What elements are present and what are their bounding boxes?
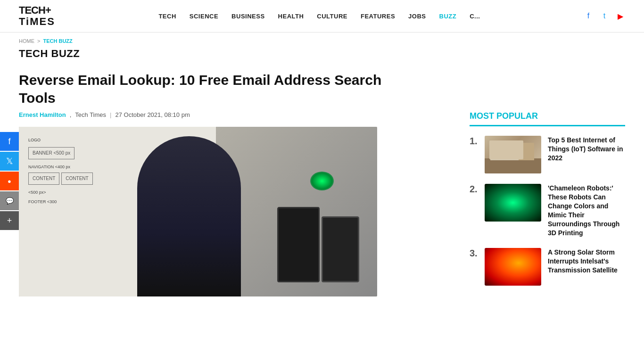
breadcrumb-separator: > [37,38,40,44]
article-meta-divider: | [110,111,111,118]
popular-item-2-thumbnail[interactable] [485,184,541,222]
page-title: TECH BUZZ [0,46,644,67]
nav-buzz[interactable]: BUZZ [439,13,457,20]
main-layout: Ernest Hamilton , Tech Times | 27 Octobe… [0,111,644,296]
article-title: Reverse Email Lookup: 10 Free Email Addr… [0,67,405,111]
site-header: TECH+ TiMES TECH SCIENCE BUSINESS HEALTH… [0,0,644,33]
header-social-links: f t ▶ [584,11,625,21]
header-youtube-icon[interactable]: ▶ [616,11,625,21]
site-logo[interactable]: TECH+ TiMES [19,5,55,27]
content-area: Ernest Hamilton , Tech Times | 27 Octobe… [19,111,451,296]
popular-item-3: 3. A Strong Solar Storm Interrupts Intel… [470,248,625,286]
popular-item-1-number: 1. [470,136,478,147]
nav-jobs[interactable]: JOBS [408,13,426,20]
facebook-icon: f [8,137,10,147]
share-twitter-button[interactable]: 𝕏 [0,152,19,171]
nav-tech[interactable]: TECH [158,13,176,20]
breadcrumb-current: TECH BUZZ [43,38,72,44]
popular-item-2-number: 2. [470,184,478,195]
article-hero-image: LOGO BANNER <500 px NAVIGATION <400 px C… [19,127,377,296]
breadcrumb-home[interactable]: HOME [19,38,34,44]
article-source: , [70,111,72,118]
twitter-icon: 𝕏 [6,156,13,166]
share-reddit-button[interactable]: ● [0,172,19,190]
monitor-left [277,207,320,282]
header-twitter-icon[interactable]: t [600,11,609,21]
solar-thumbnail [485,248,541,286]
reddit-icon: ● [8,178,11,185]
article-date: 27 October 2021, 08:10 pm [115,111,190,118]
nav-business[interactable]: BUSINESS [231,13,264,20]
popular-item-2-title[interactable]: 'Chameleon Robots:' These Robots Can Cha… [548,184,625,237]
main-nav: TECH SCIENCE BUSINESS HEALTH CULTURE FEA… [158,13,480,20]
nav-more[interactable]: C... [470,13,480,20]
most-popular-title: MOST POPULAR [470,111,625,126]
article-meta: Ernest Hamilton , Tech Times | 27 Octobe… [19,111,451,118]
logo-text-line2: TiMES [19,16,55,27]
popular-item-1-thumbnail[interactable] [485,136,541,173]
nav-health[interactable]: HEALTH [278,13,304,20]
person-silhouette [137,136,241,296]
logo-text-line1: TECH+ [19,5,51,16]
popular-item-2: 2. 'Chameleon Robots:' These Robots Can … [470,184,625,237]
iot-thumbnail [485,136,541,173]
nav-culture[interactable]: CULTURE [317,13,347,20]
popular-item-1: 1. Top 5 Best Internet of Things (IoT) S… [470,136,625,173]
share-more-button[interactable]: + [0,211,19,230]
popular-item-3-thumbnail[interactable] [485,248,541,286]
article-source-name: Tech Times [75,111,106,118]
article-author[interactable]: Ernest Hamilton [19,111,66,118]
social-sidebar: f 𝕏 ● 💬 + [0,132,19,230]
sidebar: MOST POPULAR 1. Top 5 Best Internet of T… [470,111,625,296]
plus-icon: + [7,216,12,226]
share-message-button[interactable]: 💬 [0,191,19,210]
monitor-right [322,216,359,282]
popular-item-3-number: 3. [470,248,478,259]
popular-item-3-title[interactable]: A Strong Solar Storm Interrupts Intelsat… [548,248,625,275]
hero-background: LOGO BANNER <500 px NAVIGATION <400 px C… [19,127,377,296]
breadcrumb: HOME > TECH BUZZ [0,33,644,46]
message-icon: 💬 [6,197,14,205]
chameleon-thumbnail [485,184,541,222]
popular-item-1-title[interactable]: Top 5 Best Internet of Things (IoT) Soft… [548,136,625,163]
nav-science[interactable]: SCIENCE [190,13,218,20]
header-facebook-icon[interactable]: f [584,11,593,21]
nav-features[interactable]: FEATURES [361,13,395,20]
share-facebook-button[interactable]: f [0,132,19,151]
